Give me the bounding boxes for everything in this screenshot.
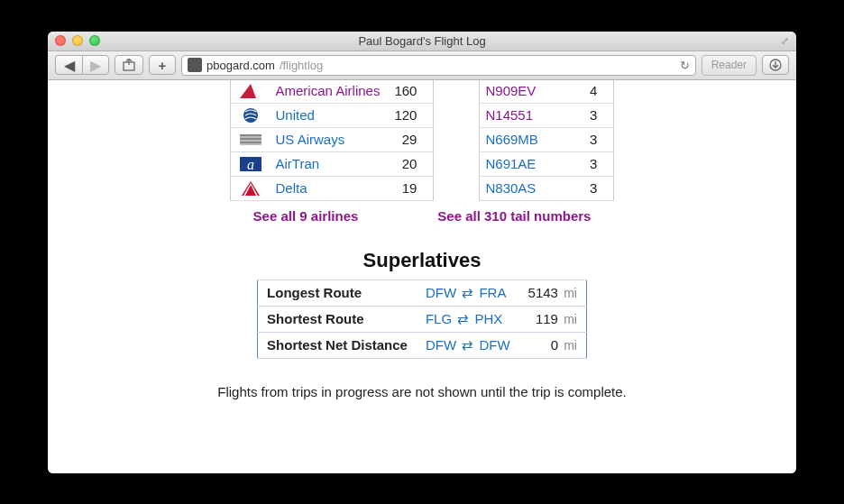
address-bar[interactable]: pbogard.com/flightlog ↻: [181, 55, 696, 76]
superlatives-heading: Superlatives: [48, 249, 796, 272]
airport-link[interactable]: PHX: [474, 311, 502, 326]
airline-link[interactable]: United: [276, 107, 315, 123]
airline-link[interactable]: Delta: [276, 180, 307, 196]
superlative-label: Shortest Route: [258, 306, 417, 332]
favicon: [188, 58, 202, 72]
browser-toolbar: ◀ ▶ + pbogard.com/flightlog ↻ Reader: [48, 51, 796, 80]
airport-link[interactable]: DFW: [426, 337, 456, 353]
table-row: aAirTran20: [230, 151, 434, 176]
tail-link[interactable]: N669MB: [485, 132, 537, 147]
summary-tables-row: American Airlines160United120US Airways2…: [48, 80, 796, 201]
page-content: American Airlines160United120US Airways2…: [48, 80, 796, 417]
superlative-route: DFW ⇄ DFW: [417, 332, 519, 358]
table-row: N669MB3: [480, 127, 614, 151]
tail-link[interactable]: N830AS: [485, 180, 536, 196]
tails-table: N909EV4N145513N669MB3N691AE3N830AS3: [479, 80, 614, 201]
airline-link[interactable]: American Airlines: [276, 83, 381, 98]
url-host: pbogard.com: [206, 59, 275, 72]
superlative-route: FLG ⇄ PHX: [417, 306, 519, 332]
tail-count: 4: [571, 80, 614, 104]
add-button[interactable]: +: [149, 55, 176, 75]
browser-window: Paul Bogard's Flight Log ⤢ ◀ ▶ + pbogard…: [48, 32, 796, 473]
swap-icon: ⇄: [458, 337, 477, 353]
svg-rect-4: [240, 134, 261, 136]
superlative-distance: 119 mi: [519, 306, 587, 332]
superlative-route: DFW ⇄ FRA: [417, 279, 519, 306]
table-row: Longest RouteDFW ⇄ FRA5143 mi: [258, 279, 587, 306]
minimize-window-button[interactable]: [72, 35, 83, 46]
airport-link[interactable]: FRA: [479, 285, 506, 300]
nav-buttons: ◀ ▶: [55, 55, 109, 75]
airline-logo: [230, 127, 269, 151]
page-viewport: American Airlines160United120US Airways2…: [48, 80, 796, 473]
table-row: N691AE3: [480, 151, 614, 176]
table-row: United120: [230, 103, 434, 127]
table-row: US Airways29: [230, 127, 434, 151]
table-row: Shortest Net DistanceDFW ⇄ DFW0 mi: [258, 332, 587, 358]
reader-button[interactable]: Reader: [702, 55, 757, 76]
zoom-window-button[interactable]: [89, 35, 100, 46]
airport-link[interactable]: DFW: [479, 337, 509, 353]
airline-count: 120: [387, 103, 434, 127]
tail-count: 3: [571, 176, 614, 200]
back-button[interactable]: ◀: [55, 55, 82, 75]
tail-link[interactable]: N909EV: [485, 83, 536, 98]
url-path: /flightlog: [280, 59, 323, 72]
airlines-table: American Airlines160United120US Airways2…: [230, 80, 435, 201]
table-row: Shortest RouteFLG ⇄ PHX119 mi: [258, 306, 587, 332]
airport-link[interactable]: FLG: [426, 311, 452, 326]
table-row: American Airlines160: [230, 80, 434, 104]
swap-icon: ⇄: [458, 285, 477, 300]
see-all-tails-link[interactable]: See all 310 tail numbers: [437, 208, 591, 224]
titlebar: Paul Bogard's Flight Log ⤢: [48, 32, 796, 51]
footnote-text: Flights from trips in progress are not s…: [48, 384, 796, 399]
airport-link[interactable]: DFW: [426, 285, 456, 300]
tail-count: 3: [571, 127, 614, 151]
table-row: N909EV4: [480, 80, 614, 104]
airline-link[interactable]: AirTran: [276, 156, 320, 171]
airline-logo: a: [230, 151, 269, 176]
superlative-label: Shortest Net Distance: [258, 332, 417, 358]
airline-count: 19: [387, 176, 434, 200]
tail-count: 3: [571, 151, 614, 176]
forward-button[interactable]: ▶: [82, 55, 109, 75]
airline-logo: [230, 103, 269, 127]
table-row: N145513: [480, 103, 614, 127]
fullscreen-icon[interactable]: ⤢: [778, 34, 791, 47]
see-all-airlines-link[interactable]: See all 9 airlines: [253, 208, 359, 224]
superlatives-table: Longest RouteDFW ⇄ FRA5143 miShortest Ro…: [257, 279, 587, 359]
airline-count: 29: [387, 127, 434, 151]
svg-text:a: a: [247, 157, 254, 172]
airline-logo: [230, 176, 269, 200]
superlative-distance: 0 mi: [519, 332, 587, 358]
reload-icon[interactable]: ↻: [680, 59, 690, 72]
see-all-row: See all 9 airlines See all 310 tail numb…: [48, 208, 796, 224]
tail-link[interactable]: N691AE: [485, 156, 536, 171]
share-button[interactable]: [115, 55, 143, 75]
airline-link[interactable]: US Airways: [276, 132, 345, 147]
tail-count: 3: [571, 103, 614, 127]
svg-rect-5: [240, 138, 261, 140]
airline-count: 160: [387, 80, 434, 104]
table-row: Delta19: [230, 176, 434, 200]
svg-rect-6: [240, 142, 261, 143]
tail-link[interactable]: N14551: [485, 107, 533, 123]
table-row: N830AS3: [480, 176, 614, 200]
downloads-button[interactable]: [762, 55, 789, 75]
window-title: Paul Bogard's Flight Log: [48, 34, 796, 48]
swap-icon: ⇄: [454, 311, 472, 326]
airline-logo: [230, 80, 269, 104]
close-window-button[interactable]: [55, 35, 66, 46]
airline-count: 20: [387, 151, 434, 176]
superlative-distance: 5143 mi: [519, 279, 587, 306]
window-controls: [48, 35, 100, 46]
superlative-label: Longest Route: [258, 279, 417, 306]
